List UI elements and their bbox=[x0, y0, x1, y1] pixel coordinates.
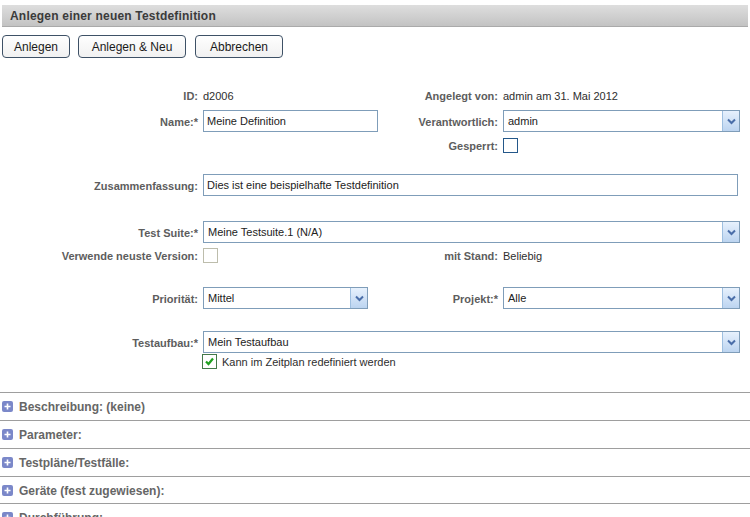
responsible-selected-value: admin bbox=[504, 115, 722, 127]
chevron-down-icon[interactable] bbox=[722, 332, 739, 352]
created-by-label: Angelegt von: bbox=[425, 90, 498, 102]
cancel-button[interactable]: Abbrechen bbox=[195, 35, 283, 58]
create-button[interactable]: Anlegen bbox=[2, 35, 70, 58]
chevron-down-icon[interactable] bbox=[722, 288, 739, 308]
chevron-down-icon[interactable] bbox=[722, 111, 739, 131]
section-label: Parameter: bbox=[19, 428, 82, 442]
responsible-label: Verantwortlich: bbox=[419, 116, 498, 128]
create-testdefinition-page: Anlegen einer neuen Testdefinition Anleg… bbox=[0, 0, 750, 517]
section-durchfuehrung[interactable]: Durchführung: bbox=[0, 503, 750, 517]
testsuite-label: Test Suite:* bbox=[138, 227, 198, 239]
expand-plus-icon[interactable] bbox=[2, 429, 13, 440]
priority-selected-value: Mittel bbox=[204, 292, 350, 304]
locked-label: Gesperrt: bbox=[448, 140, 498, 152]
with-state-value: Beliebig bbox=[503, 250, 542, 262]
section-label: Beschreibung: (keine) bbox=[19, 400, 145, 414]
summary-input[interactable] bbox=[203, 174, 738, 196]
use-latest-version-checkbox bbox=[203, 248, 218, 263]
project-selected-value: Alle bbox=[504, 292, 722, 304]
expand-plus-icon[interactable] bbox=[2, 457, 13, 468]
testsetup-label: Testaufbau:* bbox=[132, 337, 198, 349]
expand-plus-icon[interactable] bbox=[2, 485, 13, 496]
section-beschreibung[interactable]: Beschreibung: (keine) bbox=[0, 392, 750, 420]
section-label: Testpläne/Testfälle: bbox=[19, 456, 129, 470]
responsible-select[interactable]: admin bbox=[503, 110, 740, 132]
name-label: Name:* bbox=[160, 116, 198, 128]
expand-plus-icon[interactable] bbox=[2, 401, 13, 412]
section-label: Geräte (fest zugewiesen): bbox=[19, 484, 164, 498]
locked-checkbox[interactable] bbox=[503, 138, 518, 153]
testsuite-selected-value: Meine Testsuite.1 (N/A) bbox=[204, 226, 722, 238]
section-label: Durchführung: bbox=[19, 511, 103, 517]
redefinable-label: Kann im Zeitplan redefiniert werden bbox=[222, 356, 396, 368]
section-parameter[interactable]: Parameter: bbox=[0, 420, 750, 448]
section-testplaene-testfaelle[interactable]: Testpläne/Testfälle: bbox=[0, 448, 750, 476]
use-latest-version-label: Verwende neuste Version: bbox=[62, 250, 198, 262]
chevron-down-icon[interactable] bbox=[350, 288, 367, 308]
summary-label: Zusammenfassung: bbox=[94, 180, 198, 192]
testsetup-select[interactable]: Mein Testaufbau bbox=[203, 331, 740, 353]
project-label: Projekt:* bbox=[453, 293, 498, 305]
create-and-new-button[interactable]: Anlegen & Neu bbox=[78, 35, 186, 58]
testsetup-selected-value: Mein Testaufbau bbox=[204, 336, 722, 348]
check-icon bbox=[204, 356, 215, 367]
expand-plus-icon[interactable] bbox=[2, 512, 13, 517]
with-state-label: mit Stand: bbox=[444, 250, 498, 262]
name-input[interactable] bbox=[203, 110, 378, 132]
testsuite-select[interactable]: Meine Testsuite.1 (N/A) bbox=[203, 221, 740, 243]
section-geraete[interactable]: Geräte (fest zugewiesen): bbox=[0, 476, 750, 504]
page-title: Anlegen einer neuen Testdefinition bbox=[2, 5, 748, 27]
redefinable-checkbox[interactable] bbox=[202, 354, 217, 369]
priority-label: Priorität: bbox=[152, 293, 198, 305]
chevron-down-icon[interactable] bbox=[722, 222, 739, 242]
id-value: d2006 bbox=[203, 90, 234, 102]
project-select[interactable]: Alle bbox=[503, 287, 740, 309]
created-by-value: admin am 31. Mai 2012 bbox=[503, 90, 618, 102]
id-label: ID: bbox=[183, 90, 198, 102]
priority-select[interactable]: Mittel bbox=[203, 287, 368, 309]
